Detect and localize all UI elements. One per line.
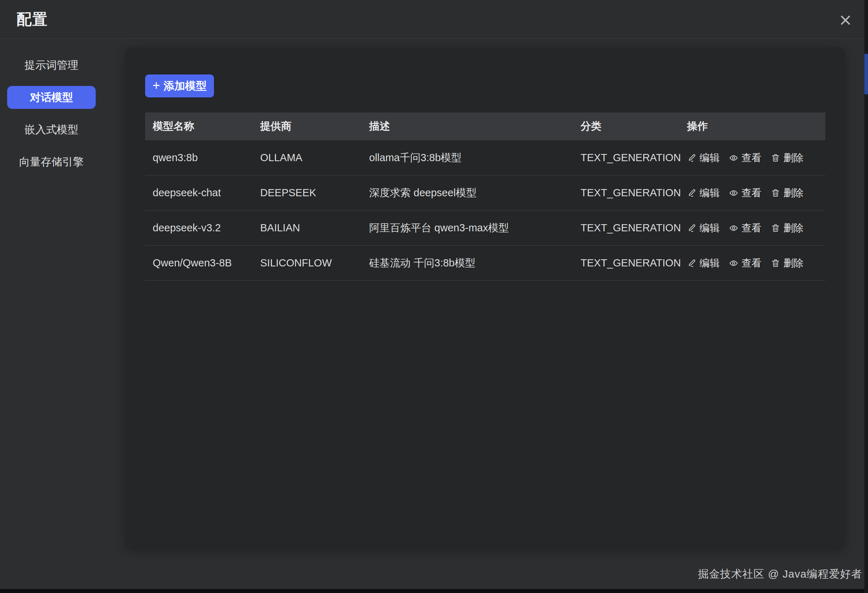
cell-provider: DEEPSEEK	[260, 187, 369, 199]
cell-provider: BAILIAN	[260, 222, 369, 234]
cell-model-name: deepseek-chat	[145, 187, 260, 199]
delete-button[interactable]: 删除	[771, 221, 803, 235]
add-model-label: 添加模型	[164, 79, 207, 93]
eye-icon	[729, 224, 738, 233]
view-button[interactable]: 查看	[729, 256, 762, 270]
models-table: 模型名称 提供商 描述 分类 操作 qwen3:8bOLLAMAollama千问…	[145, 112, 825, 281]
column-header-category: 分类	[580, 119, 687, 134]
view-button[interactable]: 查看	[729, 151, 762, 165]
table-row: deepseek-chatDEEPSEEK深度求索 deepseel模型TEXT…	[145, 175, 825, 210]
close-icon[interactable]: ×	[836, 10, 855, 29]
sidebar-nav: 提示词管理对话模型嵌入式模型向量存储引擎	[0, 39, 125, 593]
row-actions: 编辑查看删除	[687, 151, 825, 165]
cell-category: TEXT_GENERATION	[580, 152, 687, 164]
config-dialog: 配置 × 提示词管理对话模型嵌入式模型向量存储引擎 + 添加模型 模型名称 提供…	[0, 0, 868, 593]
trash-icon	[771, 188, 780, 198]
main-panel: + 添加模型 模型名称 提供商 描述 分类 操作 qwen3:8bOLLAMAo…	[125, 47, 845, 549]
delete-button[interactable]: 删除	[771, 151, 803, 165]
table-row: Qwen/Qwen3-8BSILICONFLOW硅基流动 千问3:8b模型TEX…	[145, 246, 825, 281]
edit-label: 编辑	[700, 256, 720, 270]
delete-button[interactable]: 删除	[771, 256, 803, 270]
view-label: 查看	[741, 221, 762, 235]
view-button[interactable]: 查看	[729, 221, 762, 235]
edit-button[interactable]: 编辑	[687, 221, 720, 235]
table-row: deepseek-v3.2BAILIAN阿里百炼平台 qwen3-max模型TE…	[145, 210, 825, 246]
edit-button[interactable]: 编辑	[687, 186, 720, 200]
row-actions: 编辑查看删除	[687, 186, 825, 200]
delete-button[interactable]: 删除	[771, 186, 803, 200]
column-header-actions: 操作	[687, 119, 825, 134]
cell-category: TEXT_GENERATION	[580, 222, 687, 234]
cell-description: 硅基流动 千问3:8b模型	[369, 256, 580, 270]
sidebar-item-2[interactable]: 嵌入式模型	[7, 118, 96, 141]
eye-icon	[729, 259, 738, 268]
pencil-icon	[687, 188, 696, 198]
view-label: 查看	[741, 186, 762, 200]
delete-label: 删除	[784, 256, 803, 270]
plus-icon: +	[152, 79, 160, 92]
cell-model-name: Qwen/Qwen3-8B	[145, 257, 260, 269]
dialog-title: 配置	[16, 9, 48, 29]
dialog-titlebar: 配置 ×	[0, 0, 868, 39]
eye-icon	[729, 153, 738, 163]
cell-category: TEXT_GENERATION	[580, 187, 687, 199]
view-button[interactable]: 查看	[729, 186, 762, 200]
sidebar-item-3[interactable]: 向量存储引擎	[7, 150, 96, 173]
bottom-edge-bar	[0, 589, 868, 593]
delete-label: 删除	[784, 151, 803, 165]
eye-icon	[729, 188, 738, 198]
edit-button[interactable]: 编辑	[687, 151, 720, 165]
delete-label: 删除	[784, 186, 803, 200]
watermark-text: 掘金技术社区 @ Java编程爱好者	[698, 567, 863, 581]
edit-label: 编辑	[700, 221, 720, 235]
trash-icon	[771, 259, 780, 268]
cell-description: 深度求索 deepseel模型	[369, 186, 580, 200]
sidebar-item-0[interactable]: 提示词管理	[7, 54, 96, 77]
cell-category: TEXT_GENERATION	[580, 257, 687, 269]
scrollbar-thumb[interactable]	[864, 54, 868, 94]
edit-label: 编辑	[700, 186, 720, 200]
pencil-icon	[687, 259, 696, 268]
column-header-provider: 提供商	[260, 119, 369, 134]
trash-icon	[771, 224, 780, 233]
row-actions: 编辑查看删除	[687, 256, 825, 270]
cell-provider: SILICONFLOW	[260, 257, 369, 269]
pencil-icon	[687, 224, 696, 233]
column-header-description: 描述	[369, 119, 580, 134]
edit-button[interactable]: 编辑	[687, 256, 720, 270]
cell-description: 阿里百炼平台 qwen3-max模型	[369, 221, 580, 235]
pencil-icon	[687, 153, 696, 163]
cell-provider: OLLAMA	[260, 152, 369, 164]
view-label: 查看	[741, 256, 762, 270]
cell-model-name: deepseek-v3.2	[145, 222, 260, 234]
column-header-name: 模型名称	[145, 119, 260, 134]
delete-label: 删除	[784, 221, 803, 235]
cell-description: ollama千问3:8b模型	[369, 151, 580, 165]
row-actions: 编辑查看删除	[687, 221, 825, 235]
add-model-button[interactable]: + 添加模型	[145, 75, 214, 97]
sidebar-item-1-active[interactable]: 对话模型	[7, 86, 96, 109]
view-label: 查看	[741, 151, 762, 165]
cell-model-name: qwen3:8b	[145, 152, 260, 164]
trash-icon	[771, 153, 780, 163]
table-body: qwen3:8bOLLAMAollama千问3:8b模型TEXT_GENERAT…	[145, 140, 825, 281]
table-header-row: 模型名称 提供商 描述 分类 操作	[145, 112, 825, 140]
table-row: qwen3:8bOLLAMAollama千问3:8b模型TEXT_GENERAT…	[145, 140, 825, 175]
edit-label: 编辑	[700, 151, 720, 165]
